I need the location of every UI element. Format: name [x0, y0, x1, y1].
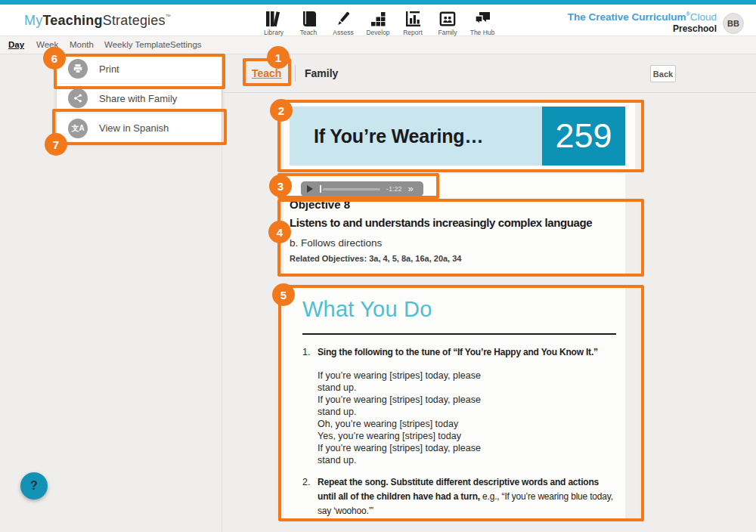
logo-teaching: Teaching: [42, 13, 102, 28]
audio-time-remaining: -1:22: [386, 185, 402, 193]
app-root: MyTeachingStrategies™ Library Teach Asse…: [0, 0, 756, 532]
header-divider: [222, 92, 756, 93]
actions-menu: Print Share with Family 文A View in Spani…: [57, 54, 222, 143]
subnav-item-day[interactable]: Day: [8, 40, 24, 49]
tab-divider: [295, 65, 296, 82]
page-body: Print Share with Family 文A View in Spani…: [0, 54, 756, 532]
logo-my: My: [24, 13, 42, 28]
objective-dimension: b. Follows directions: [290, 237, 622, 249]
nav-label: Report: [403, 29, 423, 36]
annotation-badge-1: 1: [267, 46, 290, 69]
nav-label: Library: [264, 29, 284, 36]
annotation-badge-2: 2: [270, 99, 293, 122]
annotation-badge-7: 7: [45, 133, 67, 156]
subnav-item-weekly-template[interactable]: Weekly Template: [104, 40, 170, 49]
menu-item-label: Print: [99, 63, 119, 75]
scrubber-handle[interactable]: [320, 185, 321, 193]
what-you-do-heading: What You Do: [302, 297, 432, 322]
activity-title: If You’re Wearing…: [290, 107, 542, 165]
nav-label: Assess: [333, 29, 353, 36]
lyric-line: Oh, you’re wearing [stripes] today: [318, 418, 481, 430]
subnav-item-settings[interactable]: Settings: [170, 40, 202, 49]
lyric-line: stand up.: [318, 382, 481, 394]
menu-item-label: Share with Family: [99, 93, 177, 104]
step-number: 2.: [302, 475, 318, 518]
objective-block: Objective 8 Listens to and understands i…: [290, 198, 622, 263]
hub-icon: [474, 11, 491, 27]
heading-rule: [302, 333, 616, 335]
activity-card: If You’re Wearing… 259: [290, 107, 625, 165]
annotation-badge-5: 5: [272, 283, 295, 306]
logo-trademark: ™: [166, 14, 171, 19]
step-instruction: Sing the following to the tune of “If Yo…: [318, 347, 598, 357]
objective-heading: Objective 8: [290, 198, 622, 211]
family-icon: [439, 11, 456, 27]
what-you-do-section: What You Do 1. Sing the following to the…: [284, 285, 625, 521]
objective-name: Listens to and understands increasingly …: [290, 216, 622, 229]
menu-item-view-in-spanish[interactable]: 文A View in Spanish: [57, 113, 222, 143]
product-suffix: Cloud: [690, 11, 717, 23]
annotation-badge-4: 4: [268, 221, 291, 243]
teach-subnav: Day Week Month Weekly Template Settings: [0, 36, 756, 54]
audio-player[interactable]: -1:22 »: [301, 181, 423, 196]
step-1: 1. Sing the following to the tune of “If…: [302, 345, 618, 359]
menu-item-share-with-family[interactable]: Share with Family: [57, 84, 222, 113]
nav-label: Develop: [366, 29, 389, 36]
skip-forward-icon[interactable]: »: [408, 185, 414, 193]
user-avatar[interactable]: BB: [723, 13, 744, 34]
assess-icon: [335, 11, 352, 27]
menu-item-label: View in Spanish: [99, 122, 169, 134]
print-icon: [68, 59, 88, 79]
translate-glyph: 文A: [71, 123, 84, 134]
library-icon: [265, 11, 283, 27]
lyric-line: Yes, you’re wearing [stripes] today: [318, 430, 481, 442]
nav-label: The Hub: [470, 29, 495, 36]
registered-mark: ®: [686, 11, 690, 17]
annotation-badge-3: 3: [269, 175, 292, 197]
audio-progress-track[interactable]: [323, 188, 380, 190]
activity-title-section: If You’re Wearing… 259: [284, 101, 635, 171]
nav-label: Teach: [300, 29, 318, 36]
step-2: 2. Repeat the song. Substitute different…: [302, 475, 618, 518]
global-header: MyTeachingStrategies™ Library Teach Asse…: [0, 5, 756, 36]
lyric-line: If you’re wearing [stripes] today, pleas…: [318, 394, 481, 406]
help-button[interactable]: ?: [20, 472, 48, 500]
app-logo[interactable]: MyTeachingStrategies™: [24, 13, 171, 29]
annotation-badge-6: 6: [43, 47, 66, 70]
translate-icon: 文A: [68, 119, 88, 138]
subnav-item-month[interactable]: Month: [70, 40, 94, 49]
step-number: 1.: [302, 345, 318, 359]
lyric-line: stand up.: [318, 406, 481, 418]
nav-label: Family: [438, 29, 457, 36]
tab-teach[interactable]: Teach: [252, 67, 281, 79]
product-name: The Creative Curriculum: [568, 11, 686, 23]
tab-family[interactable]: Family: [305, 67, 338, 79]
activity-meta-section: -1:22 » Objective 8 Listens to and under…: [284, 174, 625, 276]
lyric-line: stand up.: [318, 454, 481, 466]
logo-strategies: Strategies: [103, 13, 166, 28]
activity-number: 259: [542, 107, 625, 165]
column-divider: [222, 54, 222, 532]
menu-item-print[interactable]: Print: [57, 54, 222, 84]
back-button[interactable]: Back: [650, 65, 676, 82]
product-edition: Preschool: [568, 23, 717, 34]
product-title: The Creative Curriculum®Cloud Preschool: [568, 11, 717, 34]
song-lyrics: If you’re wearing [stripes] today, pleas…: [318, 370, 481, 466]
teach-icon: [301, 11, 317, 27]
share-icon: [68, 88, 88, 108]
play-icon[interactable]: [307, 185, 313, 193]
develop-icon: [370, 11, 386, 27]
lyric-line: If you’re wearing [stripes] today, pleas…: [318, 370, 481, 382]
related-objectives: Related Objectives: 3a, 4, 5, 8a, 16a, 2…: [290, 254, 622, 263]
report-icon: [404, 11, 421, 27]
lyric-line: If you’re wearing [stripes] today, pleas…: [318, 442, 481, 454]
